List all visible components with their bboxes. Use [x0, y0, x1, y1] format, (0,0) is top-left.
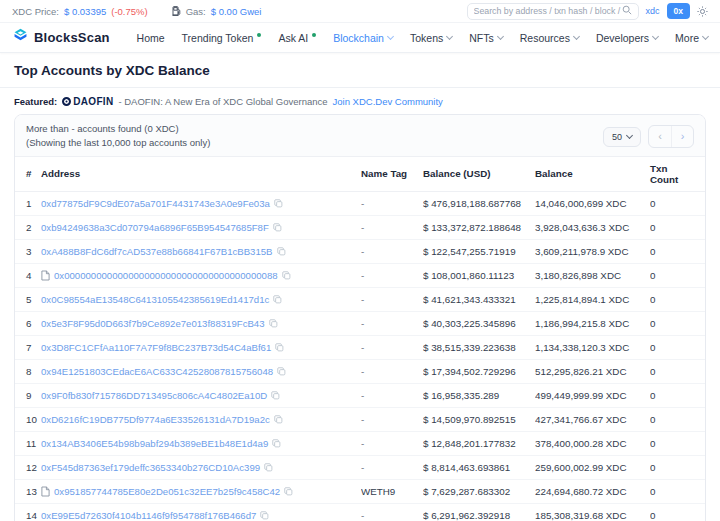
address-link[interactable]: 0x9F0fb830f715786DD713495c806cA4C4802Ea1… — [41, 390, 267, 401]
gas-value[interactable]: $ 0.00 Gwei — [211, 6, 262, 17]
top-stats-bar: XDC Price: $ 0.03395 (-0.75%) Gas: $ 0.0… — [0, 0, 720, 23]
pagination: ‹ › — [648, 125, 694, 148]
nav-item-resources[interactable]: Resources — [520, 32, 579, 44]
daofin-badge[interactable]: DAOFIN — [62, 96, 113, 107]
name-tag-cell: - — [361, 287, 423, 311]
name-tag-cell: - — [361, 359, 423, 383]
page-size-select[interactable]: 50 — [603, 127, 641, 147]
top-accounts-card: More than - accounts found (0 XDC) (Show… — [14, 114, 706, 521]
nav-item-trending-token[interactable]: Trending Token — [182, 32, 262, 44]
nav-item-developers[interactable]: Developers — [596, 32, 658, 44]
brand-logo[interactable]: BlocksScan — [12, 27, 110, 48]
balance-cell: 1,225,814,894.1 XDC — [535, 287, 650, 311]
chevron-down-icon — [652, 32, 659, 39]
balance-cell: 3,609,211,978.9 XDC — [535, 239, 650, 263]
address-link[interactable]: 0x5e3F8F95d0D663f7b9Ce892e7e013f88319FcB… — [41, 318, 265, 329]
table-row: 6 0x5e3F8F95d0D663f7b9Ce892e7e013f88319F… — [15, 311, 705, 335]
gas-label: Gas: — [186, 6, 206, 17]
featured-label: Featured: — [14, 96, 57, 107]
table-row: 13 0x951857744785E80e2De051c32EE7b25f9c4… — [15, 479, 705, 503]
name-tag-cell: - — [361, 239, 423, 263]
balance-cell: 378,400,000.28 XDC — [535, 431, 650, 455]
txn-count-cell: 0 — [650, 263, 705, 287]
balance-cell: 3,928,043,636.3 XDC — [535, 215, 650, 239]
table-row: 7 0x3D8FC1CFfAa110F7A7F9f8BC237B73d54C4a… — [15, 335, 705, 359]
chevron-down-icon — [446, 32, 453, 39]
nav-item-home[interactable]: Home — [137, 32, 165, 44]
column-header-name-tag: Name Tag — [361, 157, 423, 192]
address-prefix-toggle[interactable]: 0x — [667, 3, 690, 19]
table-header-row: #AddressName TagBalance (USD)BalanceTxn … — [15, 157, 705, 192]
address-link[interactable]: 0xF545d87363ef179deffc3653340b276CD10Ac3… — [41, 462, 260, 473]
address-link[interactable]: 0xA488B8FdC6df7cAD537e88b66841F67B1cBB31… — [41, 246, 273, 257]
balance-cell: 3,180,826,898 XDC — [535, 263, 650, 287]
nav-item-nfts[interactable]: NFTs — [469, 32, 503, 44]
search-icon — [622, 5, 632, 17]
search-box[interactable] — [467, 3, 639, 20]
txn-count-cell: 0 — [650, 407, 705, 431]
balance-cell: 185,308,319.68 XDC — [535, 503, 650, 521]
copy-address-button[interactable] — [277, 367, 286, 376]
address-link[interactable]: 0xd77875dF9C9dE07a5a701F4431743e3A0e9Fe0… — [41, 198, 270, 209]
table-row: 5 0x0C98554aE13548C6413105542385619Ed141… — [15, 287, 705, 311]
name-tag-cell: - — [361, 383, 423, 407]
copy-address-button[interactable] — [282, 271, 291, 280]
balance-usd-cell: $ 14,509,970.892515 — [423, 407, 535, 431]
rank-cell: 3 — [15, 239, 41, 263]
balance-usd-cell: $ 133,372,872.188648 — [423, 215, 535, 239]
address-link[interactable]: 0xb94249638a3Cd070794a6896F65B954547685F… — [41, 222, 269, 233]
table-row: 12 0xF545d87363ef179deffc3653340b276CD10… — [15, 455, 705, 479]
theme-toggle-button[interactable] — [697, 6, 708, 17]
table-row: 2 0xb94249638a3Cd070794a6896F65B95454768… — [15, 215, 705, 239]
address-link[interactable]: 0xE99E5d72630f4104b1146f9f954788f176B466… — [41, 510, 256, 521]
copy-address-button[interactable] — [260, 511, 269, 520]
address-link[interactable]: 0x134AB3406E54b98b9abf294b389eBE1b48E1d4… — [41, 438, 268, 449]
address-link[interactable]: 0x94E1251803CEdacE6AC633C425280878157560… — [41, 366, 273, 377]
nav-item-tokens[interactable]: Tokens — [410, 32, 452, 44]
next-page-button[interactable]: › — [671, 126, 693, 147]
copy-address-button[interactable] — [272, 439, 281, 448]
copy-address-button[interactable] — [264, 463, 273, 472]
nav-item-ask-ai[interactable]: Ask AI — [278, 32, 316, 44]
address-link[interactable]: 0xD6216fC19DB775Df9774a6E33526131dA7D19a… — [41, 414, 270, 425]
copy-address-button[interactable] — [284, 487, 293, 496]
balance-usd-cell: $ 16,958,335.289 — [423, 383, 535, 407]
copy-address-button[interactable] — [274, 415, 283, 424]
copy-address-button[interactable] — [274, 199, 283, 208]
featured-link[interactable]: Join XDC.Dev Community — [333, 96, 443, 107]
chevron-down-icon — [702, 32, 709, 39]
copy-address-button[interactable] — [273, 223, 282, 232]
address-link[interactable]: 0x951857744785E80e2De051c32EE7b25f9c458C… — [54, 486, 280, 497]
table-row: 8 0x94E1251803CEdacE6AC633C4252808781575… — [15, 359, 705, 383]
balance-usd-cell: $ 122,547,255.71919 — [423, 239, 535, 263]
name-tag-cell: - — [361, 503, 423, 521]
rank-cell: 7 — [15, 335, 41, 359]
address-link[interactable]: 0x3D8FC1CFfAa110F7A7F9f8BC237B73d54C4aBf… — [41, 342, 271, 353]
copy-address-button[interactable] — [275, 343, 284, 352]
table-row: 9 0x9F0fb830f715786DD713495c806cA4C4802E… — [15, 383, 705, 407]
contract-icon — [41, 270, 50, 281]
network-selector[interactable]: xdc — [646, 6, 660, 16]
table-row: 10 0xD6216fC19DB775Df9774a6E33526131dA7D… — [15, 407, 705, 431]
nav-item-blockchain[interactable]: Blockchain — [333, 32, 393, 44]
balance-cell: 14,046,000,699 XDC — [535, 191, 650, 215]
xdc-price-label: XDC Price: — [12, 6, 59, 17]
nav-item-more[interactable]: More — [675, 32, 708, 44]
name-tag-cell: - — [361, 335, 423, 359]
txn-count-cell: 0 — [650, 311, 705, 335]
name-tag-cell: - — [361, 431, 423, 455]
chevron-down-icon — [387, 32, 394, 39]
prev-page-button[interactable]: ‹ — [649, 126, 671, 147]
search-input[interactable] — [474, 6, 622, 16]
xdc-price-change: (-0.75%) — [111, 6, 147, 17]
address-link[interactable]: 0x00000000000000000000000000000000000000… — [54, 270, 278, 281]
copy-address-button[interactable] — [269, 319, 278, 328]
copy-address-button[interactable] — [271, 391, 280, 400]
balance-usd-cell: $ 38,515,339.223638 — [423, 335, 535, 359]
xdc-price-value[interactable]: $ 0.03395 — [64, 6, 106, 17]
copy-address-button[interactable] — [273, 295, 282, 304]
copy-address-button[interactable] — [277, 247, 286, 256]
address-link[interactable]: 0x0C98554aE13548C6413105542385619Ed1417d… — [41, 294, 269, 305]
rank-cell: 9 — [15, 383, 41, 407]
balance-usd-cell: $ 6,291,962.392918 — [423, 503, 535, 521]
